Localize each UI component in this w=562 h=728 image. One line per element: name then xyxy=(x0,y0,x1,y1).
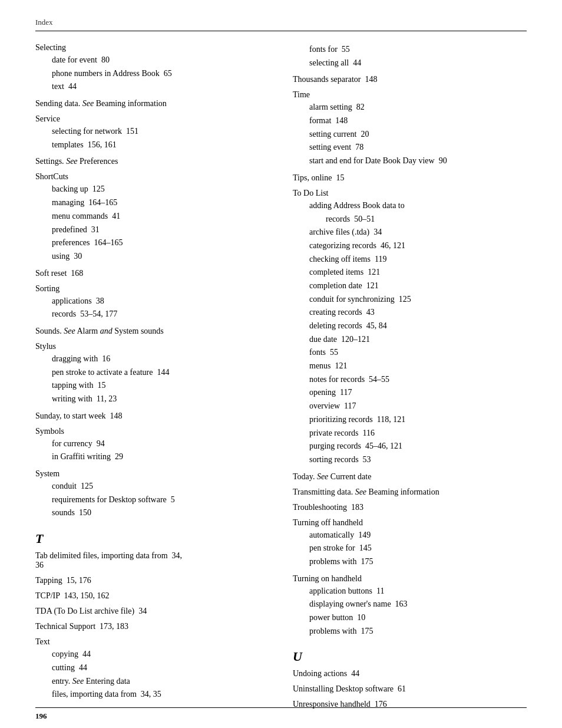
entry-today: Today. See Current date xyxy=(293,472,527,482)
list-item: opening 117 xyxy=(309,386,527,399)
list-item: entry. See Entering data xyxy=(52,675,269,688)
entry-subs: date for event 80 phone numbers in Addre… xyxy=(35,54,269,93)
list-item: records 50–51 xyxy=(309,213,527,226)
entry-subs: selecting for network 151 templates 156,… xyxy=(35,125,269,151)
entry-main: Soft reset 168 xyxy=(35,269,269,278)
entry-main: Turning on handheld xyxy=(293,574,527,584)
entry-shortcuts: ShortCuts backing up 125 managing 164–16… xyxy=(35,172,269,262)
entry-main: TDA (To Do List archive file) 34 xyxy=(35,607,269,616)
entry-main: Tapping 15, 176 xyxy=(35,576,269,585)
list-item: managing 164–165 xyxy=(52,196,269,209)
list-item: displaying owner's name 163 xyxy=(309,598,527,611)
list-item: cutting 44 xyxy=(52,661,269,674)
list-item: adding Address Book data to xyxy=(309,199,527,212)
list-item: date for event 80 xyxy=(52,54,269,67)
entry-main: Uninstalling Desktop software 61 xyxy=(293,684,527,694)
list-item: using 30 xyxy=(52,250,269,263)
list-item: templates 156, 161 xyxy=(52,139,269,151)
list-item: text 44 xyxy=(52,80,269,93)
entry-main: Turning off handheld xyxy=(293,518,527,528)
entry-subs: copying 44 cutting 44 entry. See Enterin… xyxy=(35,648,269,701)
list-item: pen stroke for 145 xyxy=(309,542,527,555)
list-item: creating records 43 xyxy=(309,306,527,319)
entry-main: Symbols xyxy=(35,427,269,436)
entry-service: Service selecting for network 151 templa… xyxy=(35,114,269,151)
letter-u: U xyxy=(293,649,527,664)
list-item: due date 120–121 xyxy=(309,333,527,346)
entry-symbols: Symbols for currency 94 in Graffiti writ… xyxy=(35,427,269,463)
list-item: archive files (.tda) 34 xyxy=(309,226,527,239)
entry-system: System conduit 125 requirements for Desk… xyxy=(35,469,269,519)
entry-thousands-separator: Thousands separator 148 xyxy=(293,75,527,84)
entry-subs: alarm setting 82 format 148 setting curr… xyxy=(293,101,527,167)
entry-transmitting-data: Transmitting data. See Beaming informati… xyxy=(293,487,527,497)
list-item: backing up 125 xyxy=(52,183,269,196)
page-number: 196 xyxy=(35,711,47,720)
list-item: checking off items 119 xyxy=(309,253,527,266)
entry-main: Text xyxy=(35,637,269,647)
list-item: dragging with 16 xyxy=(52,353,269,365)
list-item: categorizing records 46, 121 xyxy=(309,239,527,252)
entry-main: Selecting xyxy=(35,43,269,52)
entry-main: Transmitting data. See Beaming informati… xyxy=(293,487,527,497)
entry-main: TCP/IP 143, 150, 162 xyxy=(35,591,269,601)
entry-tapping: Tapping 15, 176 xyxy=(35,576,269,585)
entry-main: Technical Support 173, 183 xyxy=(35,622,269,631)
entry-sunday: Sunday, to start week 148 xyxy=(35,411,269,421)
entry-main: ShortCuts xyxy=(35,172,269,182)
letter-t: T xyxy=(35,531,269,546)
entry-settings: Settings. See Preferences xyxy=(35,157,269,166)
entry-main: Thousands separator 148 xyxy=(293,75,527,84)
entry-tab-delimited: Tab delimited files, importing data from… xyxy=(35,551,269,570)
entry-sorting: Sorting applications 38 records 53–54, 1… xyxy=(35,284,269,321)
list-item: predefined 31 xyxy=(52,223,269,236)
entry-sending-data: Sending data. See Beaming information xyxy=(35,99,269,108)
entry-soft-reset: Soft reset 168 xyxy=(35,269,269,278)
entry-sounds: Sounds. See Alarm and System sounds xyxy=(35,327,269,336)
entry-main: To Do List xyxy=(293,189,527,198)
entry-subs: fonts for 55 selecting all 44 xyxy=(293,43,527,69)
list-item: writing with 11, 23 xyxy=(52,393,269,406)
list-item: selecting all 44 xyxy=(309,57,527,70)
entry-main: Stylus xyxy=(35,342,269,351)
entry-subs: dragging with 16 pen stroke to activate … xyxy=(35,353,269,406)
list-item: selecting for network 151 xyxy=(52,125,269,138)
entry-undoing-actions: Undoing actions 44 xyxy=(293,669,527,678)
entry-uninstalling: Uninstalling Desktop software 61 xyxy=(293,684,527,694)
list-item: copying 44 xyxy=(52,648,269,661)
right-column: fonts for 55 selecting all 44 Thousands … xyxy=(293,43,527,715)
list-item: overview 117 xyxy=(309,400,527,413)
entry-to-do-list: To Do List adding Address Book data to r… xyxy=(293,189,527,466)
entry-main: Sunday, to start week 148 xyxy=(35,411,269,421)
entry-subs: automatically 149 pen stroke for 145 pro… xyxy=(293,529,527,568)
entry-tda: TDA (To Do List archive file) 34 xyxy=(35,607,269,616)
page-header: Index xyxy=(35,18,527,31)
list-item: files, importing data from 34, 35 xyxy=(52,688,269,701)
list-item: problems with 175 xyxy=(309,555,527,568)
left-column: Selecting date for event 80 phone number… xyxy=(35,43,269,715)
list-item: problems with 175 xyxy=(309,625,527,638)
entry-troubleshooting: Troubleshooting 183 xyxy=(293,503,527,512)
list-item: notes for records 54–55 xyxy=(309,373,527,386)
list-item: records 53–54, 177 xyxy=(52,308,269,321)
entry-main: Troubleshooting 183 xyxy=(293,503,527,512)
entry-subs: adding Address Book data to records 50–5… xyxy=(293,199,527,466)
list-item: start and end for Date Book Day view 90 xyxy=(309,154,527,167)
entry-main: System xyxy=(35,469,269,479)
list-item: requirements for Desktop software 5 xyxy=(52,493,269,506)
list-item: fonts 55 xyxy=(309,346,527,359)
entry-main: Sending data. See Beaming information xyxy=(35,99,269,108)
entry-text: Text copying 44 cutting 44 entry. See En… xyxy=(35,637,269,701)
list-item: application buttons 11 xyxy=(309,585,527,598)
entry-tcp-ip: TCP/IP 143, 150, 162 xyxy=(35,591,269,601)
list-item: menus 121 xyxy=(309,360,527,373)
list-item: completed items 121 xyxy=(309,266,527,279)
list-item: deleting records 45, 84 xyxy=(309,319,527,332)
entry-subs: for currency 94 in Graffiti writing 29 xyxy=(35,437,269,463)
list-item: completion date 121 xyxy=(309,279,527,292)
entry-main: Time xyxy=(293,90,527,100)
list-item: tapping with 15 xyxy=(52,379,269,392)
list-item: setting event 78 xyxy=(309,141,527,154)
entry-time: Time alarm setting 82 format 148 setting… xyxy=(293,90,527,167)
page: Index Selecting date for event 80 phone … xyxy=(0,0,562,728)
